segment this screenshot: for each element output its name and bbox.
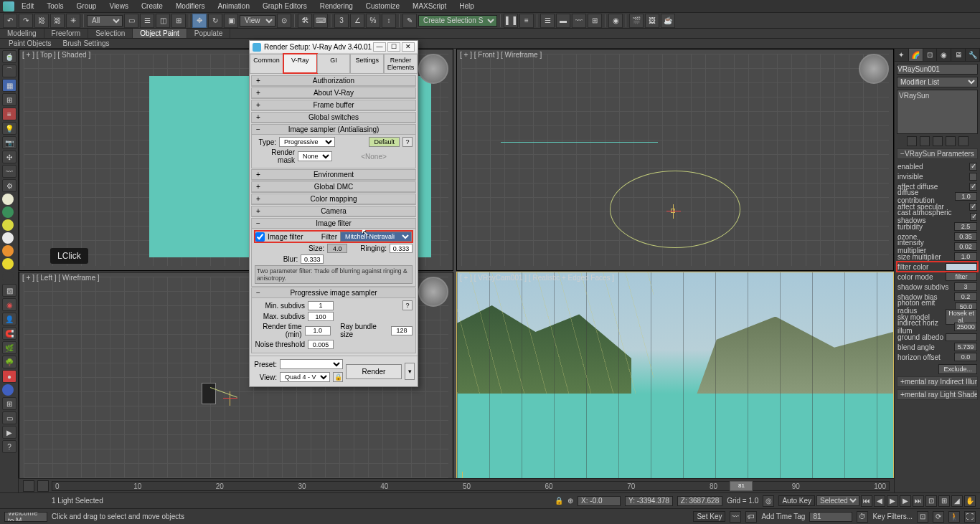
param-value[interactable]: 0.2 — [954, 292, 977, 301]
curve-editor-button[interactable]: 〰 — [572, 14, 586, 28]
ribbon-tab-selection[interactable]: Selection — [88, 29, 133, 38]
pin-stack-icon[interactable] — [907, 136, 917, 146]
menu-group[interactable]: Group — [71, 1, 103, 11]
material-editor-button[interactable]: ◉ — [608, 14, 623, 28]
layer-explorer-button[interactable]: ☰ — [540, 14, 555, 28]
light-tool-icon[interactable]: 💡 — [2, 122, 17, 135]
lock-selection-icon[interactable]: 🔒 — [555, 497, 563, 505]
rendered-frame-button[interactable]: 🖼 — [645, 14, 659, 28]
tag-icon[interactable]: 🏷 — [745, 511, 757, 523]
ribbon-tab-freeform[interactable]: Freeform — [44, 29, 89, 38]
keyboard-shortcut-button[interactable]: ⌨ — [314, 14, 328, 28]
swatch-orange[interactable] — [2, 245, 14, 257]
swatch-black[interactable] — [2, 271, 14, 282]
dialog-tab-gi[interactable]: GI — [317, 54, 351, 73]
paint-tab-paint-objects[interactable]: Paint Objects — [3, 39, 57, 47]
view-dropdown[interactable]: Quad 4 - VRayC — [280, 372, 330, 382]
param-value[interactable]: 0.02 — [954, 242, 977, 251]
fov-icon[interactable]: ◢ — [951, 495, 963, 507]
help-tool-icon[interactable]: ? — [2, 440, 17, 453]
move-button[interactable]: ✥ — [192, 14, 207, 28]
time-track[interactable]: 0102030405060708090100 81 — [52, 481, 890, 491]
array-tool-icon[interactable]: ⊞ — [2, 397, 17, 410]
menu-maxscript[interactable]: MAXScript — [407, 1, 452, 11]
grass-tool-icon[interactable]: 🌿 — [2, 341, 17, 354]
isolate-icon[interactable]: ◎ — [763, 495, 774, 507]
exclude-button[interactable]: Exclude... — [938, 364, 977, 374]
align-button[interactable]: ≡ — [519, 14, 534, 28]
rollout-progressive-sampler[interactable]: −Progressive image sampler — [252, 288, 415, 298]
spinner-snap-button[interactable]: ↕ — [382, 14, 396, 28]
z-coord-field[interactable]: Z: 3687.628 — [677, 496, 722, 506]
param-value[interactable]: 2.5 — [954, 222, 977, 231]
remove-modifier-icon[interactable] — [946, 136, 956, 146]
key-tangent-icon[interactable]: 〰 — [730, 511, 741, 523]
pan-icon[interactable]: ✋ — [964, 495, 976, 507]
key-mode-icon[interactable] — [37, 480, 49, 492]
param-value[interactable]: 25000 — [954, 323, 977, 331]
min-max-icon[interactable]: ⊡ — [917, 511, 928, 523]
render-time-input[interactable] — [305, 326, 331, 335]
spacewarp-tool-icon[interactable]: 〰 — [2, 165, 17, 178]
teapot-tool-icon[interactable]: 🍵 — [2, 50, 17, 63]
dialog-titlebar[interactable]: Render Setup: V-Ray Adv 3.40.01 — ☐ ✕ — [250, 41, 418, 54]
render-button[interactable]: Render — [346, 364, 402, 379]
play-tool-icon[interactable]: ▶ — [2, 426, 17, 439]
rollout-camera[interactable]: +Camera — [252, 206, 415, 216]
ribbon-tab-object-paint[interactable]: Object Paint — [133, 29, 187, 38]
snap-button[interactable]: 3 — [334, 14, 349, 28]
configure-sets-icon[interactable] — [958, 136, 969, 146]
param-value[interactable] — [969, 173, 977, 181]
rollout-mentalray-indirect[interactable]: +mental ray Indirect Illumination — [897, 376, 978, 387]
ray-bundle-input[interactable] — [391, 326, 413, 335]
param-value[interactable] — [946, 263, 977, 271]
time-config-icon[interactable]: ⏱ — [857, 511, 868, 523]
dialog-tab-common[interactable]: Common — [250, 54, 283, 73]
menu-edit[interactable]: Edit — [16, 1, 39, 11]
lock-view-button[interactable]: 🔒 — [333, 372, 343, 382]
display-tab-icon[interactable]: 🖥 — [951, 49, 966, 61]
selection-filter-dropdown[interactable]: All — [87, 15, 123, 27]
person-tool-icon[interactable]: 👤 — [2, 313, 17, 325]
max-viewport-icon[interactable]: ⛶ — [964, 511, 976, 523]
maxscript-listener[interactable]: Welcome to M — [4, 512, 47, 522]
redo-button[interactable]: ↷ — [19, 14, 33, 28]
maximize-button[interactable]: ☐ — [387, 42, 400, 52]
param-value[interactable]: 0.0 — [954, 353, 977, 361]
rollout-about-vray[interactable]: +About V-Ray — [252, 88, 415, 98]
param-value[interactable]: 3 — [954, 282, 977, 291]
rollout-global-dmc[interactable]: +Global DMC — [252, 182, 415, 192]
menu-customize[interactable]: Customize — [360, 1, 405, 11]
param-value[interactable] — [969, 203, 977, 211]
time-handle[interactable]: 81 — [730, 481, 753, 491]
swatch-green[interactable] — [2, 206, 14, 218]
menu-views[interactable]: Views — [103, 1, 134, 11]
viewport-top-label[interactable]: [ + ] [ Top ] [ Shaded ] — [22, 51, 90, 59]
param-value[interactable] — [946, 333, 977, 341]
filter-dropdown[interactable]: Mitchell-Netravali — [340, 232, 412, 242]
walk-icon[interactable]: 🚶 — [948, 511, 960, 523]
select-button[interactable]: ▭ — [124, 14, 138, 28]
select-region-button[interactable]: ◫ — [156, 14, 170, 28]
autokey-button[interactable]: Auto Key — [778, 495, 815, 506]
menu-help[interactable]: Help — [453, 1, 480, 11]
manipulate-button[interactable]: 🛠 — [298, 14, 312, 28]
param-value[interactable] — [969, 163, 977, 171]
render-mask-dropdown[interactable]: None — [298, 151, 332, 161]
rollout-vraysun-params[interactable]: −VRaySun Parameters — [897, 148, 978, 159]
unlink-button[interactable]: ⛓̸ — [50, 14, 65, 28]
time-slider[interactable]: 0102030405060708090100 81 — [19, 478, 894, 492]
pis-help-button[interactable]: ? — [402, 300, 413, 310]
helper-tool-icon[interactable]: ✣ — [2, 151, 17, 163]
x-coord-field[interactable]: X: -0.0 — [578, 496, 621, 506]
rollout-image-filter[interactable]: −Image filter — [252, 219, 415, 229]
add-time-tag-button[interactable]: Add Time Tag — [761, 513, 805, 520]
swatch-blue[interactable] — [2, 384, 14, 396]
utilities-tab-icon[interactable]: 🔧 — [966, 49, 980, 61]
preset-dropdown[interactable] — [280, 359, 343, 369]
minimize-button[interactable]: — — [373, 42, 386, 52]
param-value[interactable] — [969, 183, 977, 191]
modifier-list-dropdown[interactable]: Modifier List — [897, 77, 978, 87]
viewport-left-label[interactable]: [ + ] [ Left ] [ Wireframe ] — [22, 274, 100, 282]
swatch-cream[interactable] — [2, 194, 14, 205]
